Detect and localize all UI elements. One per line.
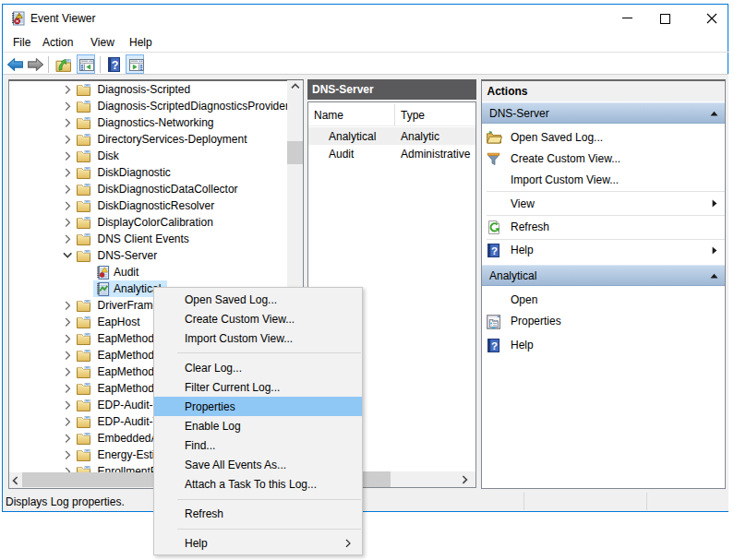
- svg-text:?: ?: [111, 59, 118, 72]
- svg-text:?: ?: [490, 340, 497, 351]
- svg-text:?: ?: [490, 244, 497, 256]
